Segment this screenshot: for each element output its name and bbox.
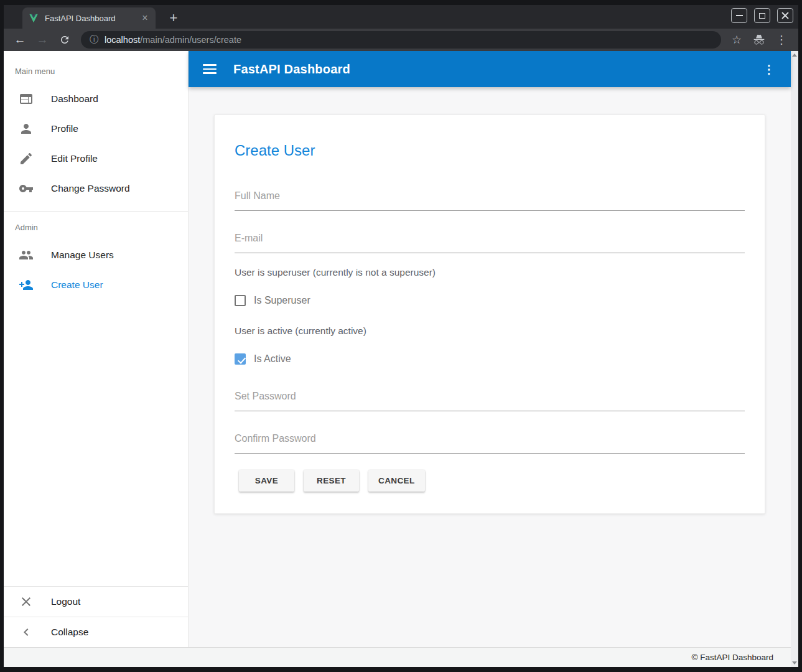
sidebar: Main menu Dashboard Profile Edit Profile: [4, 51, 189, 647]
back-icon[interactable]: ←: [11, 31, 29, 49]
person-icon: [19, 121, 34, 136]
confirm-password-field[interactable]: [235, 430, 745, 454]
page-title: Create User: [235, 142, 745, 159]
dashboard-icon: [19, 91, 34, 106]
close-x-icon: [19, 594, 34, 609]
full-name-field[interactable]: [235, 187, 745, 211]
email-field[interactable]: [235, 230, 745, 253]
active-caption: User is active (currently active): [235, 326, 745, 336]
vue-logo-icon: [29, 14, 39, 23]
forward-icon[interactable]: →: [34, 31, 51, 49]
browser-tab[interactable]: FastAPI Dashboard ×: [22, 7, 156, 29]
minimize-button[interactable]: [731, 8, 747, 23]
sidebar-divider: [4, 211, 188, 212]
hamburger-menu-icon[interactable]: [203, 64, 217, 73]
sidebar-item-label: Create User: [51, 279, 103, 291]
active-checkbox[interactable]: [235, 353, 246, 365]
sidebar-item-label: Collapse: [51, 627, 88, 638]
pencil-icon: [19, 151, 34, 166]
close-window-button[interactable]: [777, 8, 793, 23]
browser-window: FastAPI Dashboard × + ← → ⓘ localhost/ma…: [0, 0, 802, 672]
sidebar-item-profile[interactable]: Profile: [4, 114, 188, 144]
address-bar[interactable]: ⓘ localhost/main/admin/users/create: [81, 31, 721, 49]
sidebar-section-main-menu: Main menu: [15, 67, 188, 76]
url-host: localhost: [105, 35, 140, 45]
sidebar-item-label: Change Password: [51, 183, 130, 194]
reload-icon[interactable]: [56, 31, 73, 49]
main-area: FastAPI Dashboard ⋮ Create User User is …: [189, 51, 791, 647]
sidebar-item-label: Logout: [51, 596, 80, 607]
scroll-down-icon[interactable]: [792, 661, 797, 665]
app-menu-icon[interactable]: ⋮: [761, 62, 777, 77]
sidebar-item-label: Edit Profile: [51, 153, 98, 164]
vertical-scrollbar[interactable]: [791, 51, 798, 667]
reset-button[interactable]: RESET: [304, 470, 359, 492]
key-icon: [19, 181, 34, 196]
bookmark-star-icon[interactable]: ☆: [727, 31, 746, 49]
url-path: /main/admin/users/create: [140, 35, 241, 45]
save-button[interactable]: SAVE: [239, 470, 294, 492]
tab-close-icon[interactable]: ×: [139, 13, 151, 23]
toolbar-right: ☆ ⋮: [727, 31, 791, 49]
form-buttons: SAVE RESET CANCEL: [235, 470, 745, 492]
sidebar-item-manage-users[interactable]: Manage Users: [4, 240, 188, 270]
sidebar-item-label: Manage Users: [51, 250, 114, 261]
maximize-button[interactable]: [754, 8, 770, 23]
new-tab-button[interactable]: +: [164, 9, 183, 27]
content-area: Main menu Dashboard Profile Edit Profile: [4, 51, 791, 647]
tab-title: FastAPI Dashboard: [45, 14, 139, 23]
app-title: FastAPI Dashboard: [233, 62, 350, 77]
active-checkbox-row: Is Active: [235, 353, 745, 365]
tab-strip: FastAPI Dashboard × +: [4, 5, 798, 29]
sidebar-item-logout[interactable]: Logout: [4, 587, 188, 617]
superuser-checkbox-row: Is Superuser: [235, 294, 745, 307]
superuser-checkbox-label: Is Superuser: [254, 295, 310, 306]
browser-toolbar: ← → ⓘ localhost/main/admin/users/create …: [4, 29, 798, 51]
window-controls: [731, 8, 793, 23]
people-icon: [19, 248, 34, 263]
superuser-checkbox[interactable]: [235, 295, 246, 306]
incognito-icon: [750, 31, 768, 49]
scroll-up-icon[interactable]: [792, 54, 797, 57]
app-header: FastAPI Dashboard ⋮: [189, 51, 791, 87]
site-info-icon[interactable]: ⓘ: [90, 34, 98, 45]
sidebar-item-dashboard[interactable]: Dashboard: [4, 84, 188, 114]
page-body: Create User User is superuser (currently…: [189, 87, 791, 647]
active-checkbox-label: Is Active: [254, 353, 291, 365]
set-password-field[interactable]: [235, 388, 745, 411]
copyright-text: © FastAPI Dashboard: [691, 653, 773, 662]
close-x-icon: [781, 12, 789, 19]
sidebar-item-edit-profile[interactable]: Edit Profile: [4, 144, 188, 174]
sidebar-bottom: Logout Collapse: [4, 586, 188, 647]
cancel-button[interactable]: CANCEL: [368, 470, 425, 492]
sidebar-item-label: Dashboard: [51, 93, 98, 105]
browser-menu-icon[interactable]: ⋮: [772, 31, 791, 49]
person-add-icon: [19, 278, 34, 292]
chevron-left-icon: [19, 625, 34, 640]
sidebar-item-label: Profile: [51, 123, 78, 134]
superuser-caption: User is superuser (currently is not a su…: [235, 268, 745, 278]
url-text: localhost/main/admin/users/create: [105, 35, 241, 45]
sidebar-item-collapse[interactable]: Collapse: [4, 617, 188, 647]
sidebar-item-create-user[interactable]: Create User: [4, 270, 188, 300]
sidebar-item-change-password[interactable]: Change Password: [4, 174, 188, 203]
sidebar-section-admin: Admin: [15, 223, 188, 232]
create-user-card: Create User User is superuser (currently…: [214, 114, 765, 514]
page-footer: © FastAPI Dashboard: [4, 647, 791, 667]
